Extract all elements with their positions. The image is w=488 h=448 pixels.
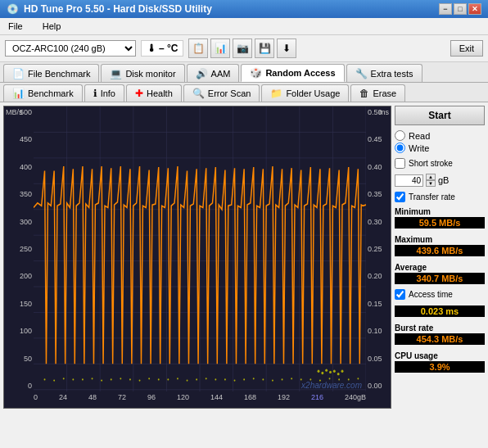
- average-value: 340.7 MB/s: [395, 273, 485, 284]
- read-label: Read: [409, 131, 430, 141]
- access-time-value: 0.023 ms: [395, 305, 485, 317]
- access-time-label[interactable]: Access time: [395, 289, 485, 300]
- svg-point-39: [206, 378, 207, 379]
- menu-help[interactable]: Help: [38, 20, 66, 33]
- menu-file[interactable]: File: [3, 20, 28, 33]
- svg-point-36: [177, 378, 178, 379]
- burst-rate-value: 454.3 MB/s: [395, 333, 485, 345]
- health-icon: ✚: [135, 88, 143, 99]
- svg-point-35: [167, 378, 169, 380]
- write-radio-label[interactable]: Write: [395, 143, 485, 153]
- maximum-value: 439.6 MB/s: [395, 245, 485, 256]
- minimize-button[interactable]: −: [439, 3, 452, 15]
- random-access-icon: 🎲: [250, 67, 262, 79]
- svg-point-31: [129, 378, 131, 380]
- svg-point-37: [187, 379, 188, 381]
- exit-button[interactable]: Exit: [450, 40, 483, 57]
- tab-disk-monitor[interactable]: 💻 Disk monitor: [101, 64, 184, 82]
- spin-up-button[interactable]: ▲: [426, 174, 436, 180]
- svg-point-62: [341, 370, 344, 373]
- short-stroke-label[interactable]: Short stroke: [395, 158, 485, 169]
- tab-health[interactable]: ✚ Health: [126, 84, 182, 102]
- cpu-usage-label: CPU usage: [395, 351, 485, 360]
- svg-point-60: [333, 370, 336, 373]
- svg-point-48: [291, 378, 292, 379]
- toolbar-icon-5[interactable]: ⬇: [277, 38, 296, 58]
- tab-row-2: 📊 Benchmark ℹ Info ✚ Health 🔍 Error Scan…: [0, 83, 488, 102]
- tab-aam[interactable]: 🔊 AAM: [187, 64, 240, 82]
- svg-point-55: [357, 378, 359, 379]
- app-title: HD Tune Pro 5.50 - Hard Disk/SSD Utility: [24, 3, 212, 15]
- spin-down-button[interactable]: ▼: [426, 180, 436, 187]
- toolbar-icons: 📋 📊 📷 💾 ⬇: [188, 38, 296, 58]
- svg-point-61: [337, 373, 340, 375]
- title-bar-controls: − □ ✕: [439, 3, 481, 15]
- minimum-label: Minimum: [395, 207, 485, 216]
- svg-point-56: [318, 370, 320, 373]
- close-button[interactable]: ✕: [468, 3, 481, 15]
- right-panel: Start Read Write Short stroke ▲ ▼ gB: [395, 106, 485, 409]
- read-radio[interactable]: [395, 130, 405, 141]
- file-benchmark-icon: 📄: [12, 68, 25, 79]
- short-stroke-row: ▲ ▼ gB: [395, 174, 485, 187]
- transfer-rate-checkbox[interactable]: [395, 192, 405, 202]
- maximize-button[interactable]: □: [454, 3, 467, 15]
- svg-point-41: [224, 378, 226, 380]
- chart-container: MB/s ms 500 450 400 350 300 250 200 150 …: [3, 106, 391, 409]
- tab-benchmark[interactable]: 📊 Benchmark: [3, 84, 83, 102]
- title-bar-left: 💿 HD Tune Pro 5.50 - Hard Disk/SSD Utili…: [7, 3, 212, 15]
- toolbar-icon-4[interactable]: 💾: [255, 38, 274, 58]
- svg-point-23: [53, 379, 55, 381]
- menu-bar: File Help: [0, 18, 488, 35]
- svg-point-32: [139, 379, 141, 381]
- short-stroke-spinner: ▲ ▼: [426, 174, 436, 187]
- access-time-checkbox[interactable]: [395, 289, 405, 300]
- write-label: Write: [409, 143, 429, 153]
- x-axis: 0 24 48 72 96 120 144 168 192 216 240gB: [34, 391, 366, 408]
- y-axis-right: 0.50 0.45 0.40 0.35 0.30 0.25 0.20 0.15 …: [366, 106, 391, 391]
- average-label: Average: [395, 263, 485, 272]
- svg-point-59: [329, 371, 332, 373]
- svg-point-26: [82, 378, 84, 380]
- tab-error-scan[interactable]: 🔍 Error Scan: [183, 84, 260, 102]
- burst-rate-group: Burst rate 454.3 MB/s: [395, 324, 485, 345]
- svg-point-47: [282, 378, 283, 380]
- temperature-display: 🌡 – °C: [141, 40, 183, 57]
- tab-file-benchmark[interactable]: 📄 File Benchmark: [3, 64, 99, 82]
- app-icon: 💿: [7, 3, 19, 15]
- maximum-group: Maximum 439.6 MB/s: [395, 235, 485, 256]
- cpu-usage-group: CPU usage 3.9%: [395, 351, 485, 373]
- start-button[interactable]: Start: [395, 106, 485, 125]
- tab-extra-tests[interactable]: 🔧 Extra tests: [346, 64, 422, 82]
- svg-point-30: [120, 378, 121, 379]
- svg-point-24: [63, 378, 65, 379]
- svg-point-28: [101, 379, 102, 381]
- minimum-value: 59.5 MB/s: [395, 217, 485, 229]
- toolbar-icon-3[interactable]: 📷: [233, 38, 252, 58]
- tab-row-1: 📄 File Benchmark 💻 Disk monitor 🔊 AAM 🎲 …: [0, 62, 488, 83]
- svg-point-42: [234, 379, 236, 381]
- tab-erase[interactable]: 🗑 Erase: [350, 84, 405, 102]
- main-content: MB/s ms 500 450 400 350 300 250 200 150 …: [0, 102, 488, 412]
- svg-point-58: [325, 369, 328, 371]
- transfer-rate-label[interactable]: Transfer rate: [395, 192, 485, 202]
- write-radio[interactable]: [395, 143, 405, 153]
- svg-point-57: [321, 372, 323, 374]
- read-write-group: Read Write: [395, 130, 485, 153]
- tab-random-access[interactable]: 🎲 Random Access: [241, 64, 344, 82]
- drive-select[interactable]: OCZ-ARC100 (240 gB): [5, 40, 136, 57]
- svg-point-52: [329, 378, 331, 379]
- minimum-group: Minimum 59.5 MB/s: [395, 207, 485, 229]
- temperature-value: – °C: [159, 43, 178, 54]
- toolbar-icon-2[interactable]: 📊: [210, 38, 230, 58]
- read-radio-label[interactable]: Read: [395, 130, 485, 141]
- short-stroke-checkbox[interactable]: [395, 158, 405, 169]
- svg-point-29: [111, 378, 112, 380]
- disk-monitor-icon: 💻: [110, 68, 122, 79]
- tab-info[interactable]: ℹ Info: [84, 84, 124, 102]
- average-group: Average 340.7 MB/s: [395, 263, 485, 284]
- watermark: x2hardware.com: [301, 381, 362, 390]
- tab-folder-usage[interactable]: 📁 Folder Usage: [261, 84, 349, 102]
- short-stroke-input[interactable]: [395, 174, 423, 187]
- toolbar-icon-1[interactable]: 📋: [188, 38, 208, 58]
